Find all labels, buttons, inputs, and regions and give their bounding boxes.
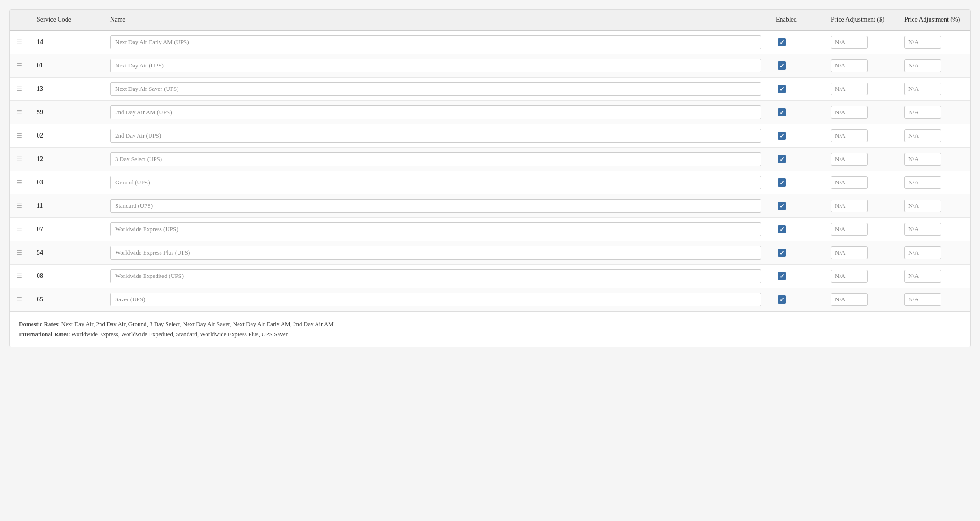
enabled-cell[interactable] — [768, 148, 824, 171]
price-percent-cell[interactable] — [897, 171, 970, 194]
price-percent-cell[interactable] — [897, 148, 970, 171]
name-cell[interactable] — [103, 218, 768, 241]
enabled-checkbox[interactable] — [778, 249, 786, 257]
drag-handle-icon[interactable]: ☰ — [17, 250, 22, 255]
drag-handle-cell[interactable]: ☰ — [10, 241, 29, 265]
price-percent-input[interactable] — [904, 59, 941, 72]
enabled-checkbox[interactable] — [778, 295, 786, 304]
price-dollar-input[interactable] — [831, 293, 868, 306]
price-dollar-input[interactable] — [831, 129, 868, 142]
name-input[interactable] — [110, 176, 761, 189]
price-dollar-input[interactable] — [831, 176, 868, 189]
enabled-cell[interactable] — [768, 124, 824, 148]
enabled-checkbox[interactable] — [778, 155, 786, 163]
enabled-checkbox[interactable] — [778, 178, 786, 187]
name-input[interactable] — [110, 59, 761, 72]
price-percent-input[interactable] — [904, 223, 941, 236]
name-input[interactable] — [110, 82, 761, 96]
price-dollar-cell[interactable] — [824, 218, 897, 241]
name-cell[interactable] — [103, 54, 768, 78]
price-dollar-cell[interactable] — [824, 194, 897, 218]
price-dollar-input[interactable] — [831, 83, 868, 95]
price-percent-cell[interactable] — [897, 54, 970, 78]
enabled-checkbox[interactable] — [778, 132, 786, 140]
name-input[interactable] — [110, 293, 761, 306]
price-dollar-cell[interactable] — [824, 54, 897, 78]
price-dollar-input[interactable] — [831, 223, 868, 236]
name-cell[interactable] — [103, 288, 768, 311]
enabled-checkbox[interactable] — [778, 85, 786, 93]
drag-handle-icon[interactable]: ☰ — [17, 63, 22, 68]
name-cell[interactable] — [103, 148, 768, 171]
name-cell[interactable] — [103, 101, 768, 124]
price-percent-input[interactable] — [904, 83, 941, 95]
name-input[interactable] — [110, 222, 761, 236]
enabled-cell[interactable] — [768, 78, 824, 101]
price-dollar-input[interactable] — [831, 36, 868, 49]
price-percent-input[interactable] — [904, 106, 941, 119]
drag-handle-cell[interactable]: ☰ — [10, 78, 29, 101]
drag-handle-cell[interactable]: ☰ — [10, 265, 29, 288]
name-cell[interactable] — [103, 78, 768, 101]
price-percent-cell[interactable] — [897, 78, 970, 101]
enabled-cell[interactable] — [768, 218, 824, 241]
price-percent-cell[interactable] — [897, 101, 970, 124]
drag-handle-icon[interactable]: ☰ — [17, 133, 22, 139]
drag-handle-cell[interactable]: ☰ — [10, 124, 29, 148]
drag-handle-cell[interactable]: ☰ — [10, 194, 29, 218]
price-percent-input[interactable] — [904, 293, 941, 306]
price-dollar-input[interactable] — [831, 59, 868, 72]
enabled-cell[interactable] — [768, 171, 824, 194]
enabled-cell[interactable] — [768, 194, 824, 218]
name-cell[interactable] — [103, 241, 768, 265]
price-percent-cell[interactable] — [897, 241, 970, 265]
price-percent-cell[interactable] — [897, 288, 970, 311]
enabled-checkbox[interactable] — [778, 108, 786, 116]
enabled-cell[interactable] — [768, 101, 824, 124]
enabled-checkbox[interactable] — [778, 225, 786, 233]
name-input[interactable] — [110, 105, 761, 119]
price-dollar-cell[interactable] — [824, 148, 897, 171]
enabled-cell[interactable] — [768, 241, 824, 265]
price-percent-input[interactable] — [904, 246, 941, 259]
price-percent-input[interactable] — [904, 153, 941, 166]
price-dollar-input[interactable] — [831, 106, 868, 119]
price-dollar-input[interactable] — [831, 200, 868, 212]
name-input[interactable] — [110, 199, 761, 213]
name-cell[interactable] — [103, 124, 768, 148]
enabled-cell[interactable] — [768, 265, 824, 288]
price-dollar-cell[interactable] — [824, 30, 897, 54]
drag-handle-cell[interactable]: ☰ — [10, 54, 29, 78]
price-percent-input[interactable] — [904, 270, 941, 283]
price-dollar-cell[interactable] — [824, 241, 897, 265]
price-dollar-input[interactable] — [831, 270, 868, 283]
name-input[interactable] — [110, 35, 761, 49]
drag-handle-icon[interactable]: ☰ — [17, 297, 22, 302]
name-cell[interactable] — [103, 30, 768, 54]
name-input[interactable] — [110, 152, 761, 166]
name-cell[interactable] — [103, 194, 768, 218]
drag-handle-cell[interactable]: ☰ — [10, 148, 29, 171]
price-dollar-cell[interactable] — [824, 101, 897, 124]
drag-handle-icon[interactable]: ☰ — [17, 273, 22, 279]
drag-handle-icon[interactable]: ☰ — [17, 227, 22, 232]
enabled-cell[interactable] — [768, 30, 824, 54]
name-input[interactable] — [110, 129, 761, 143]
price-dollar-cell[interactable] — [824, 265, 897, 288]
price-percent-cell[interactable] — [897, 265, 970, 288]
price-percent-input[interactable] — [904, 129, 941, 142]
enabled-checkbox[interactable] — [778, 38, 786, 46]
price-percent-cell[interactable] — [897, 124, 970, 148]
enabled-checkbox[interactable] — [778, 202, 786, 210]
name-input[interactable] — [110, 269, 761, 283]
drag-handle-icon[interactable]: ☰ — [17, 180, 22, 185]
price-dollar-cell[interactable] — [824, 78, 897, 101]
drag-handle-icon[interactable]: ☰ — [17, 156, 22, 162]
drag-handle-cell[interactable]: ☰ — [10, 101, 29, 124]
price-dollar-input[interactable] — [831, 153, 868, 166]
enabled-checkbox[interactable] — [778, 272, 786, 280]
enabled-cell[interactable] — [768, 288, 824, 311]
price-percent-cell[interactable] — [897, 30, 970, 54]
price-dollar-cell[interactable] — [824, 288, 897, 311]
price-percent-input[interactable] — [904, 176, 941, 189]
